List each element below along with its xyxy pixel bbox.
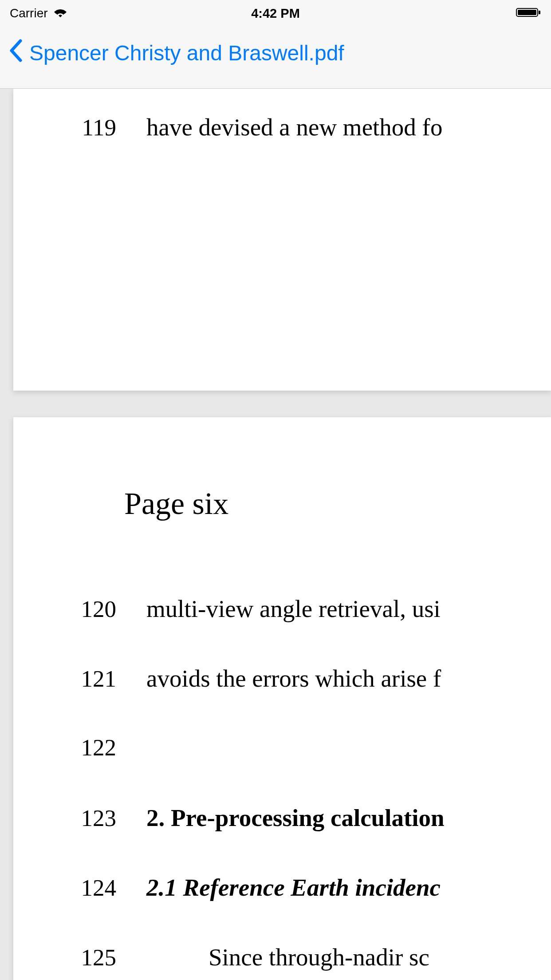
line-number: 124 (13, 874, 146, 901)
svg-rect-2 (539, 11, 540, 14)
line-number: 125 (13, 944, 146, 971)
status-right (516, 7, 541, 20)
line-number: 121 (13, 665, 146, 692)
line-text: have devised a new method fo (146, 113, 442, 141)
pdf-page: Page six 120 multi-view angle retrieval,… (13, 417, 551, 980)
pdf-page: 119 have devised a new method fo (13, 89, 551, 391)
status-time: 4:42 PM (251, 6, 300, 21)
line-text: multi-view angle retrieval, usi (146, 595, 441, 623)
line-row: 123 2. Pre-processing calculation (13, 804, 445, 832)
status-bar: Carrier 4:42 PM (0, 0, 551, 27)
document-content[interactable]: 119 have devised a new method fo Page si… (0, 89, 551, 980)
line-row: 121 avoids the errors which arise f (13, 664, 441, 692)
line-text: Since through-nadir sc (146, 943, 429, 971)
line-row: 120 multi-view angle retrieval, usi (13, 595, 441, 623)
chevron-left-icon (8, 39, 24, 67)
line-number: 123 (13, 805, 146, 831)
nav-bar: Spencer Christy and Braswell.pdf (0, 27, 551, 89)
line-row: 124 2.1 Reference Earth incidenc (13, 873, 441, 901)
svg-rect-1 (518, 10, 536, 15)
line-row: 122 (13, 734, 146, 761)
back-title: Spencer Christy and Braswell.pdf (29, 41, 344, 65)
line-row: 125 Since through-nadir sc (13, 943, 429, 971)
line-number: 119 (13, 114, 146, 141)
back-button[interactable]: Spencer Christy and Braswell.pdf (8, 39, 344, 67)
line-number: 122 (13, 734, 146, 761)
line-text: avoids the errors which arise f (146, 664, 441, 692)
battery-icon (516, 7, 541, 20)
wifi-icon (52, 7, 68, 20)
page-heading: Page six (124, 486, 228, 522)
carrier-label: Carrier (10, 6, 48, 20)
status-left: Carrier (10, 6, 68, 20)
line-text: 2. Pre-processing calculation (146, 804, 445, 832)
line-number: 120 (13, 596, 146, 622)
line-row: 119 have devised a new method fo (13, 113, 442, 141)
line-text: 2.1 Reference Earth incidenc (146, 873, 441, 901)
